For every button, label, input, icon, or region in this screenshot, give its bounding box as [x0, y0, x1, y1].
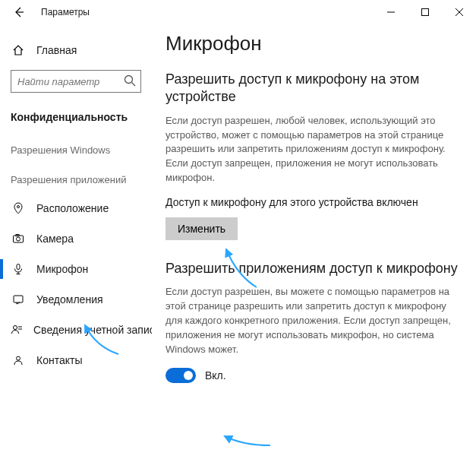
sidebar-item-notifications[interactable]: Уведомления — [0, 284, 152, 315]
svg-point-8 — [17, 237, 20, 241]
sidebar-item-location[interactable]: Расположение — [0, 193, 152, 223]
location-icon — [11, 202, 26, 214]
window-title: Параметры — [41, 7, 90, 17]
group-windows-permissions: Разрешения Windows — [0, 134, 152, 163]
search-icon — [123, 74, 137, 87]
section2-title: Разрешить приложениям доступ к микрофону — [165, 260, 461, 277]
minimize-button[interactable] — [374, 0, 408, 24]
svg-point-4 — [125, 76, 133, 84]
group-app-permissions: Разрешения приложений — [0, 163, 152, 193]
home-label: Главная — [36, 44, 77, 56]
svg-rect-1 — [421, 9, 428, 16]
search-input[interactable] — [11, 70, 141, 93]
svg-rect-13 — [14, 296, 23, 302]
svg-rect-10 — [17, 264, 20, 270]
page-title: Микрофон — [165, 32, 461, 55]
close-button[interactable] — [442, 0, 476, 24]
toggle-label: Вкл. — [205, 369, 226, 382]
sidebar-item-label: Камера — [36, 233, 74, 245]
sidebar-item-account-info[interactable]: Сведения учетной записи — [0, 315, 152, 345]
section1-desc: Если доступ разрешен, любой человек, исп… — [165, 114, 461, 185]
section-privacy: Конфиденциальность — [0, 106, 152, 134]
section2-desc: Если доступ разрешен, вы можете с помощь… — [165, 285, 461, 356]
change-button[interactable]: Изменить — [165, 217, 238, 240]
mic-apps-toggle[interactable] — [165, 368, 196, 383]
camera-icon — [11, 233, 26, 245]
sidebar-item-label: Уведомления — [36, 293, 103, 306]
svg-line-5 — [132, 83, 136, 87]
svg-point-17 — [17, 356, 20, 360]
microphone-icon — [11, 263, 26, 275]
svg-point-6 — [17, 206, 20, 208]
sidebar-item-label: Сведения учетной записи — [33, 324, 152, 336]
sidebar-item-label: Контакты — [36, 354, 82, 366]
account-icon — [11, 324, 23, 336]
home-link[interactable]: Главная — [0, 38, 152, 62]
maximize-button[interactable] — [408, 0, 442, 24]
sidebar-item-label: Микрофон — [36, 263, 88, 275]
svg-point-14 — [14, 326, 17, 330]
sidebar-item-microphone[interactable]: Микрофон — [0, 254, 152, 284]
back-button[interactable] — [8, 1, 30, 24]
contacts-icon — [11, 354, 26, 366]
mic-access-status: Доступ к микрофону для этого устройства … — [165, 196, 461, 208]
notifications-icon — [11, 293, 26, 306]
sidebar-item-label: Расположение — [36, 202, 109, 214]
svg-rect-7 — [14, 236, 24, 242]
sidebar-item-camera[interactable]: Камера — [0, 223, 152, 254]
section1-title: Разрешить доступ к микрофону на этом уст… — [165, 71, 461, 106]
sidebar-item-contacts[interactable]: Контакты — [0, 345, 152, 375]
home-icon — [11, 44, 26, 56]
